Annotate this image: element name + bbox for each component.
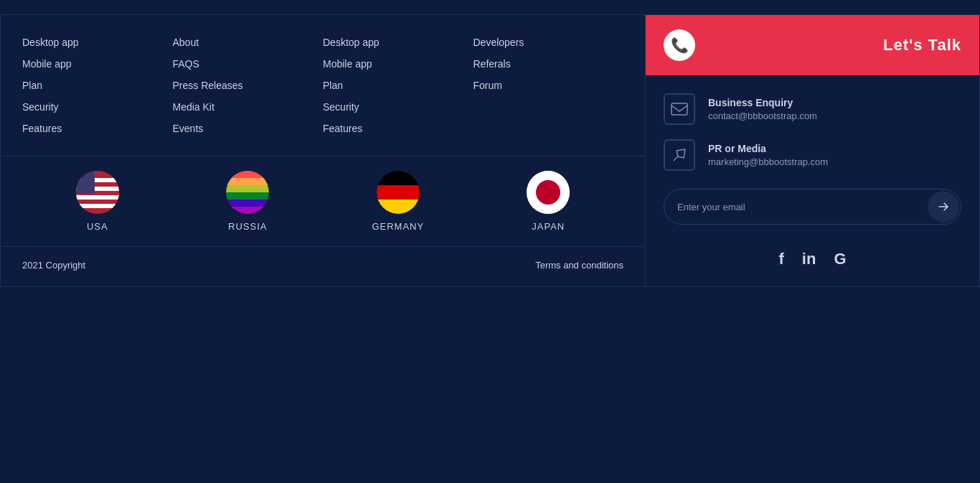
flag-japan — [527, 171, 570, 214]
col1-features-link[interactable]: Features — [22, 123, 173, 134]
lets-talk-button[interactable]: 📞 Let's Talk — [646, 15, 979, 75]
svg-rect-19 — [226, 185, 269, 192]
country-russia[interactable]: RUSSIA — [173, 171, 324, 232]
bottom-space — [0, 287, 980, 483]
country-usa[interactable]: USA — [22, 171, 173, 232]
pr-media-email: marketing@bbbootstrap.com — [708, 156, 828, 167]
svg-rect-25 — [377, 185, 420, 200]
country-germany-label: GERMANY — [372, 221, 424, 232]
col4-developers-link[interactable]: Developers — [473, 37, 624, 48]
social-row: f in G — [646, 239, 979, 286]
business-enquiry-label: Business Enquiry — [708, 97, 817, 108]
google-icon[interactable]: G — [834, 250, 846, 268]
col2-media-kit-link[interactable]: Media Kit — [173, 101, 324, 113]
nav-col-2: About FAQS Press Releases Media Kit Even… — [173, 37, 324, 134]
nav-col-3: Desktop app Mobile app Plan Security Fea… — [323, 37, 473, 134]
country-japan[interactable]: JAPAN — [473, 171, 624, 232]
svg-rect-31 — [672, 103, 687, 115]
country-germany[interactable]: GERMANY — [323, 171, 473, 232]
col1-security-link[interactable]: Security — [22, 101, 173, 113]
flag-germany — [377, 171, 420, 214]
svg-rect-7 — [76, 200, 119, 204]
col3-desktop-app-link[interactable]: Desktop app — [323, 37, 473, 48]
flag-russia — [226, 171, 269, 214]
country-usa-label: USA — [87, 221, 108, 232]
country-russia-label: RUSSIA — [228, 221, 267, 232]
contact-section: Business Enquiry contact@bbbootstrap.com… — [646, 75, 979, 182]
col2-faqs-link[interactable]: FAQS — [173, 58, 324, 70]
svg-rect-8 — [76, 204, 119, 208]
col1-mobile-app-link[interactable]: Mobile app — [22, 58, 173, 70]
svg-rect-9 — [76, 208, 119, 212]
pr-media-item: PR or Media marketing@bbbootstrap.com — [664, 139, 961, 171]
col4-forum-link[interactable]: Forum — [473, 80, 624, 91]
linkedin-icon[interactable]: in — [802, 250, 816, 268]
countries-row: USA — [1, 156, 645, 247]
lets-talk-panel: 📞 Let's Talk Business Enquiry — [646, 14, 980, 287]
pr-media-label: PR or Media — [708, 143, 828, 154]
nav-col-1: Desktop app Mobile app Plan Security Fea… — [22, 37, 173, 134]
col3-security-link[interactable]: Security — [323, 101, 473, 113]
col3-mobile-app-link[interactable]: Mobile app — [323, 58, 473, 70]
business-enquiry-info: Business Enquiry contact@bbbootstrap.com — [708, 97, 817, 121]
col2-press-releases-link[interactable]: Press Releases — [173, 80, 324, 91]
lets-talk-title: Let's Talk — [883, 36, 961, 55]
svg-rect-21 — [226, 200, 269, 207]
copyright-bar: 2021 Copyright Terms and conditions — [1, 247, 645, 283]
phone-icon: 📞 — [664, 29, 695, 61]
svg-rect-18 — [226, 178, 269, 185]
copyright-text: 2021 Copyright — [22, 260, 85, 271]
svg-rect-24 — [377, 171, 420, 185]
svg-rect-22 — [226, 207, 269, 214]
nav-col-4: Developers Referals Forum — [473, 37, 624, 134]
flag-usa — [76, 171, 119, 214]
col1-plan-link[interactable]: Plan — [22, 80, 173, 91]
col3-plan-link[interactable]: Plan — [323, 80, 473, 91]
svg-rect-20 — [226, 192, 269, 200]
business-enquiry-icon — [664, 93, 695, 125]
col2-events-link[interactable]: Events — [173, 123, 324, 134]
phone-symbol: 📞 — [671, 37, 689, 54]
business-enquiry-item: Business Enquiry contact@bbbootstrap.com — [664, 93, 961, 125]
email-submit-button[interactable] — [928, 191, 959, 222]
facebook-icon[interactable]: f — [778, 250, 783, 268]
col1-desktop-app-link[interactable]: Desktop app — [22, 37, 173, 48]
pr-media-info: PR or Media marketing@bbbootstrap.com — [708, 143, 828, 167]
terms-and-conditions-link[interactable]: Terms and conditions — [535, 260, 623, 271]
nav-columns: Desktop app Mobile app Plan Security Fea… — [1, 15, 645, 156]
svg-rect-6 — [76, 195, 119, 200]
svg-rect-26 — [377, 200, 420, 214]
email-form — [664, 189, 961, 225]
svg-rect-17 — [226, 171, 269, 178]
col3-features-link[interactable]: Features — [323, 123, 473, 134]
pr-media-icon — [664, 139, 695, 171]
col2-about-link[interactable]: About — [173, 37, 324, 48]
country-japan-label: JAPAN — [532, 221, 565, 232]
col4-referals-link[interactable]: Referals — [473, 58, 624, 70]
business-enquiry-email: contact@bbbootstrap.com — [708, 111, 817, 121]
email-input[interactable] — [664, 193, 926, 221]
svg-rect-10 — [76, 171, 95, 194]
